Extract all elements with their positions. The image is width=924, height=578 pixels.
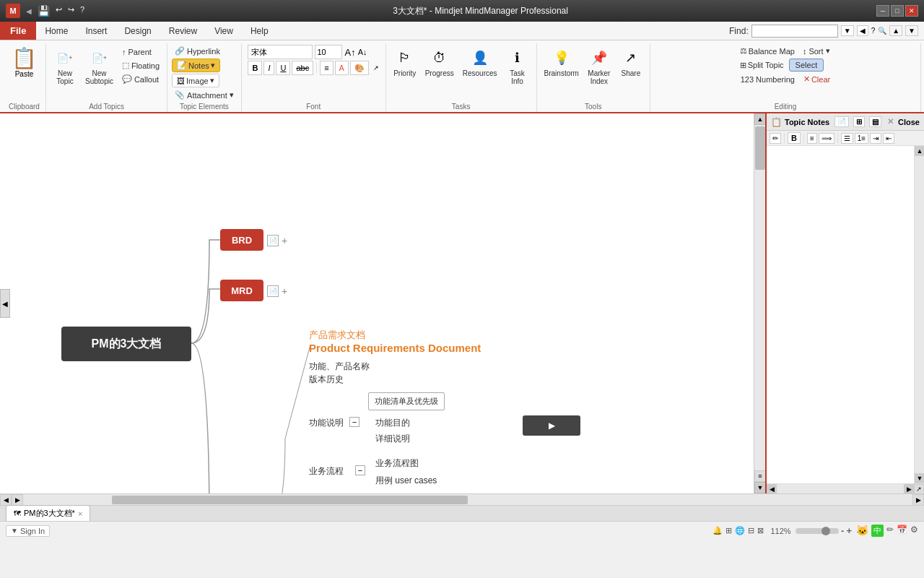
italic-btn[interactable]: I (263, 61, 274, 75)
find-options-btn[interactable]: ▼ (841, 25, 854, 36)
new-subtopic-button[interactable]: 📄+ NewSubtopic (82, 45, 116, 87)
file-menu[interactable]: File (0, 22, 36, 40)
floating-button[interactable]: ⬚ Floating (119, 59, 162, 72)
view-icon[interactable]: ⊟ (748, 526, 754, 535)
hscroll-next-tab[interactable]: ▶ (12, 494, 23, 506)
topic-brd[interactable]: BRD (220, 229, 263, 251)
mind-map-canvas[interactable]: ◀ PM的3大文档 BRD 📄 + MRD 📄 + PRD 📄 − 产品需求文档… (0, 113, 765, 493)
vscroll-grip[interactable]: ≡ (754, 470, 765, 482)
calendar-icon[interactable]: 📅 (897, 525, 907, 537)
find-input[interactable] (751, 25, 838, 38)
font-name-selector[interactable] (248, 45, 313, 59)
notes-edit-btn[interactable]: ✏ (770, 133, 781, 144)
notes-hscroll-right[interactable]: ▶ (904, 484, 914, 494)
cat-icon[interactable]: 🐱 (856, 525, 868, 537)
notes-vscroll-up[interactable]: ▲ (915, 146, 924, 156)
font-color-btn[interactable]: 🎨 (350, 61, 369, 75)
view-menu[interactable]: View (206, 22, 242, 40)
vscroll-down[interactable]: ▼ (754, 482, 765, 493)
settings-icon[interactable]: ⚙ (910, 525, 918, 537)
share-button[interactable]: ↗ Share (616, 45, 645, 79)
sort-button[interactable]: ↕ Sort ▾ (800, 45, 833, 57)
hscroll-thumb[interactable] (112, 496, 468, 504)
sign-in-btn[interactable]: ▼ Sign In (6, 525, 50, 537)
font-size-selector[interactable] (315, 45, 342, 59)
prd-item-2-collapse[interactable]: − (349, 417, 359, 427)
new-topic-button[interactable]: 📄+ NewTopic (51, 45, 79, 87)
notes-hscrollbar[interactable]: ◀ ▶ ↗ (767, 483, 924, 493)
hyperlink-button[interactable]: 🔗 Hyperlink (172, 45, 223, 57)
select-button[interactable]: Select (789, 59, 824, 72)
panel-collapse-btn[interactable]: ▲ (889, 25, 902, 36)
resources-button[interactable]: 👤 Resources (460, 45, 500, 79)
filter-icon[interactable]: ⊞ (725, 526, 732, 535)
priority-button[interactable]: 🏳 Priority (391, 45, 419, 79)
hscroll-track[interactable] (23, 494, 912, 505)
font-dialog-launcher[interactable]: ↗ (373, 64, 379, 72)
design-menu[interactable]: Design (116, 22, 160, 40)
image-button[interactable]: 🖼 Image ▾ (172, 74, 219, 87)
task-info-button[interactable]: ℹ TaskInfo (503, 45, 532, 87)
layout-icon[interactable]: ⊠ (757, 526, 764, 535)
tab-close[interactable]: × (78, 509, 82, 518)
underline-btn[interactable]: U (276, 61, 290, 75)
brainstorm-button[interactable]: 💡 Brainstorm (541, 45, 582, 79)
attachment-button[interactable]: 📎 Attachment ▾ (172, 89, 237, 101)
zoom-out-ribbon-btn[interactable]: 🔍 (878, 27, 886, 35)
play-button[interactable]: ▶ (523, 415, 580, 436)
highlight-btn[interactable]: A (335, 61, 349, 75)
hscroll-right[interactable]: ▶ (912, 494, 924, 506)
topic-notes-layout-btn[interactable]: ⊞ (853, 116, 865, 127)
strikethrough-btn[interactable]: abc (292, 61, 313, 75)
prd-item-6-collapse[interactable]: − (355, 465, 365, 475)
topic-notes-content[interactable]: ▲ ▼ (767, 146, 924, 483)
notes-vscroll-down[interactable]: ▼ (915, 473, 924, 483)
notes-list-btn[interactable]: ☰ (841, 133, 853, 144)
balance-map-button[interactable]: ⚖ Balance Map (738, 46, 797, 56)
vscroll-up[interactable]: ▲ (754, 113, 765, 125)
help-menu[interactable]: Help (242, 22, 277, 40)
canvas-vscrollbar[interactable]: ▲ ≡ ▼ (754, 113, 765, 493)
brd-add[interactable]: + (282, 235, 287, 246)
maximize-btn[interactable]: □ (891, 5, 904, 17)
minimize-btn[interactable]: ─ (876, 5, 889, 17)
parent-button[interactable]: ↑ Parent (119, 46, 162, 58)
mode-icon[interactable]: 🌐 (735, 526, 745, 535)
panel-expand-btn[interactable]: ▼ (905, 25, 918, 36)
notes-button[interactable]: 📝 Notes ▾ (172, 59, 220, 72)
align-btn[interactable]: ≡ (320, 61, 333, 75)
notes-align-right-btn[interactable]: ⟹ (819, 133, 834, 144)
topic-mrd[interactable]: MRD (220, 280, 263, 301)
edit-icon[interactable]: ✏ (886, 525, 894, 537)
insert-menu[interactable]: Insert (77, 22, 116, 40)
quick-access-save[interactable]: 💾 (38, 5, 50, 17)
find-help-btn[interactable]: ? (871, 27, 876, 35)
review-menu[interactable]: Review (160, 22, 206, 40)
canvas-hscrollbar[interactable]: ◀ ▶ ▶ (0, 493, 924, 505)
clear-button[interactable]: ✕ Clear (801, 73, 833, 85)
notes-hscroll-left[interactable]: ◀ (767, 484, 777, 494)
close-btn[interactable]: ✕ (905, 5, 918, 17)
vscroll-thumb[interactable] (755, 126, 765, 170)
numbering-button[interactable]: 123 Numbering (738, 74, 798, 85)
quick-access-undo[interactable]: ↩ (56, 5, 62, 17)
find-prev-btn[interactable]: ◀ (857, 25, 868, 36)
topic-notes-view-btn[interactable]: ▤ (869, 116, 881, 127)
zoom-in-btn[interactable]: + (846, 525, 852, 536)
bold-btn[interactable]: B (248, 61, 262, 75)
notes-ordered-list-btn[interactable]: 1≡ (855, 133, 868, 144)
title-menu-icon[interactable]: ◀ (25, 7, 33, 15)
map-tab[interactable]: 🗺 PM的3大文档* × (6, 505, 90, 521)
notes-indent-btn[interactable]: ⇥ (870, 133, 881, 144)
progress-button[interactable]: ⏱ Progress (422, 45, 457, 79)
notes-align-btn[interactable]: ≡ (807, 133, 817, 144)
zoom-slider[interactable] (796, 528, 839, 534)
floating-item-3[interactable]: 功能清单及优先级 (368, 392, 445, 410)
notes-expand-btn[interactable]: ↗ (914, 484, 924, 494)
central-topic[interactable]: PM的3大文档 (61, 327, 191, 361)
notes-vscrollbar[interactable]: ▲ ▼ (914, 146, 924, 483)
lang-zh-icon[interactable]: 中 (871, 525, 884, 537)
font-grow-btn[interactable]: A↑ (344, 47, 355, 58)
notes-bold-btn[interactable]: B (788, 132, 801, 144)
zoom-out-btn[interactable]: - (841, 525, 844, 536)
